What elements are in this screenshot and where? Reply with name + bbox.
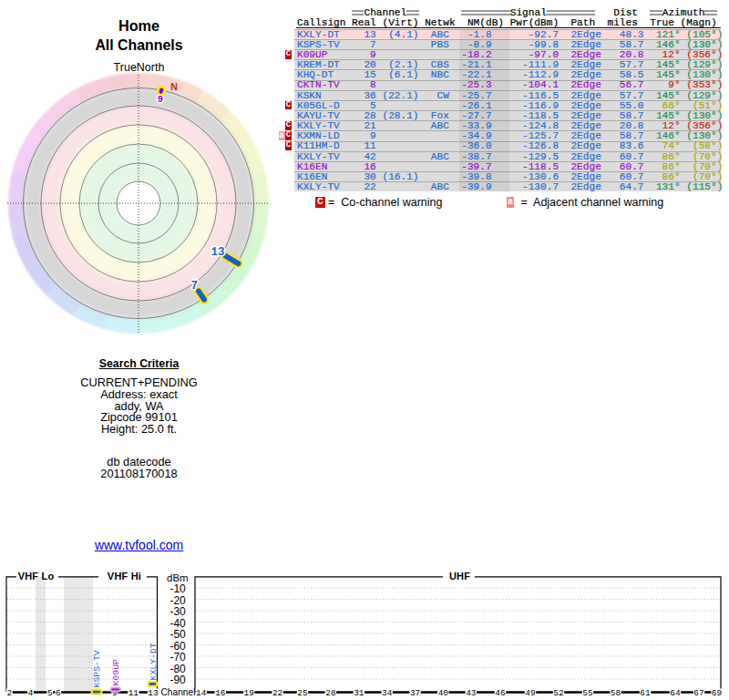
svg-text:6: 6	[56, 688, 61, 698]
svg-text:N: N	[170, 81, 178, 92]
svg-text:31: 31	[354, 688, 364, 698]
svg-text:11: 11	[128, 688, 139, 698]
svg-text:K09UP: K09UP	[111, 659, 121, 686]
svg-text:7: 7	[191, 280, 199, 293]
svg-text:46: 46	[495, 688, 506, 698]
svg-text:64: 64	[670, 688, 681, 698]
svg-text:37: 37	[410, 688, 420, 698]
svg-text:43: 43	[466, 688, 477, 698]
svg-text:49: 49	[525, 688, 535, 698]
svg-text:KSPS-TV: KSPS-TV	[92, 650, 102, 687]
svg-text:55: 55	[582, 688, 593, 698]
svg-text:19: 19	[244, 688, 254, 698]
svg-text:Channel: Channel	[161, 687, 196, 697]
svg-text:KXLY-DT: KXLY-DT	[149, 643, 159, 680]
svg-text:dBm: dBm	[167, 572, 189, 583]
svg-text:2: 2	[6, 688, 12, 698]
svg-text:69: 69	[712, 688, 722, 698]
svg-text:4: 4	[28, 688, 34, 698]
svg-text:9: 9	[158, 94, 163, 105]
svg-text:52: 52	[553, 688, 563, 698]
svg-text:13: 13	[148, 688, 159, 698]
svg-text:-90: -90	[169, 674, 186, 686]
svg-text:67: 67	[693, 688, 703, 698]
svg-text:5: 5	[47, 688, 53, 698]
svg-text:14: 14	[196, 688, 207, 698]
svg-text:VHF Lo: VHF Lo	[18, 571, 55, 582]
svg-text:13: 13	[211, 246, 225, 259]
svg-text:16: 16	[215, 688, 226, 698]
svg-text:61: 61	[640, 688, 651, 698]
svg-text:58: 58	[611, 688, 621, 698]
svg-text:28: 28	[325, 688, 336, 698]
svg-text:34: 34	[382, 688, 393, 698]
svg-text:22: 22	[272, 688, 282, 698]
svg-text:40: 40	[438, 688, 449, 698]
svg-text:VHF Hi: VHF Hi	[108, 571, 141, 582]
svg-text:25: 25	[297, 688, 308, 698]
svg-text:UHF: UHF	[449, 571, 470, 582]
